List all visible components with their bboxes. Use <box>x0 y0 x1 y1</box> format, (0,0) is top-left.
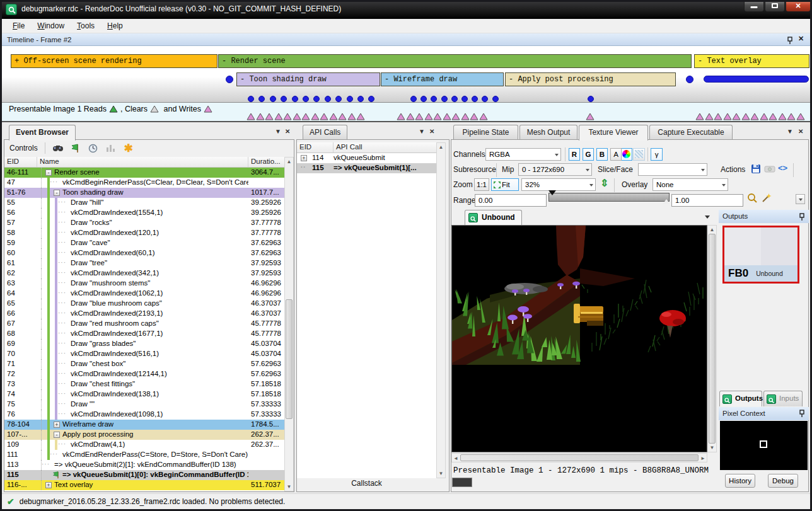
timeline-draw-dot[interactable] <box>431 96 437 102</box>
timeline-marker-bar[interactable]: - Toon shading draw <box>236 72 380 86</box>
column-header-duration[interactable]: Duratio... <box>248 157 284 167</box>
timeline-draw-dot[interactable] <box>325 96 331 102</box>
debug-button[interactable]: Debug <box>768 474 798 488</box>
pin-icon[interactable] <box>799 409 805 422</box>
event-row[interactable]: 116-...+Text overlay511.7037 <box>4 480 284 490</box>
timeline-marker-bar[interactable]: - Apply post processing <box>505 72 676 86</box>
event-row[interactable]: 111···vkCmdEndRenderPass(C=Store, D=Stor… <box>4 450 284 460</box>
event-row[interactable]: 68···vkCmdDrawIndexed(1677,1)45.77778 <box>4 329 284 339</box>
expand-icon[interactable]: + <box>45 482 52 488</box>
event-row[interactable]: 76···vkCmdDrawIndexed(1098,1)57.33333 <box>4 410 284 420</box>
tab-api-calls[interactable]: API Calls <box>303 125 347 140</box>
hatch-pattern-icon[interactable] <box>633 148 645 161</box>
write-event-triangle[interactable] <box>695 113 704 120</box>
event-row[interactable]: 59···Draw "cave"37.62963 <box>4 238 284 248</box>
scroll-left-icon[interactable]: ◄ <box>453 456 458 461</box>
output-thumbnail-fb0[interactable]: FB0 Unbound <box>722 226 799 284</box>
timeline-draw-dot[interactable] <box>410 96 417 102</box>
write-event-triangle[interactable] <box>461 113 470 120</box>
timeline-track-area[interactable]: + Off-screen scene rendering- Render sce… <box>2 46 810 103</box>
timeline-marker-bar[interactable]: - Render scene <box>218 54 692 68</box>
zoom-range-icon[interactable] <box>747 193 758 206</box>
time-clock-icon[interactable] <box>86 142 100 154</box>
timeline-draw-dot[interactable] <box>270 96 276 102</box>
timeline-marker-bar[interactable]: - Text overlay <box>694 54 809 68</box>
write-event-triangle[interactable] <box>338 113 347 120</box>
minimize-button[interactable] <box>744 0 764 12</box>
tab-pipeline-state[interactable]: Pipeline State <box>453 125 518 140</box>
timeline-panel-header[interactable]: Timeline - Frame #2 <box>2 33 810 46</box>
write-event-triangle[interactable] <box>443 113 451 120</box>
scroll-right-icon[interactable]: ► <box>700 456 705 461</box>
write-event-triangle[interactable] <box>256 113 265 120</box>
scroll-down-icon[interactable]: ▼ <box>708 445 716 451</box>
event-row[interactable]: 47···vkCmdBeginRenderPass(C=Clear, D=Cle… <box>4 178 284 188</box>
maximize-button[interactable] <box>765 0 785 12</box>
write-event-triangle[interactable] <box>356 113 365 120</box>
timeline-draw-dot[interactable] <box>347 96 353 102</box>
timeline-draw-pill[interactable] <box>704 76 809 83</box>
write-event-triangle[interactable] <box>424 113 433 120</box>
write-event-triangle[interactable] <box>274 113 283 120</box>
tab-texture-viewer[interactable]: Texture Viewer <box>579 125 648 141</box>
range-min-input[interactable]: 0.00 <box>475 194 547 207</box>
write-event-triangle[interactable] <box>406 113 415 120</box>
event-row[interactable]: 73···Draw "chest fittings"57.18518 <box>4 379 284 389</box>
channel-button-g[interactable]: G <box>583 148 594 161</box>
timeline-draw-dot[interactable] <box>472 96 478 102</box>
zoom-1-1-button[interactable]: 1:1 <box>474 178 489 191</box>
event-row[interactable]: 62···vkCmdDrawIndexed(342,1)37.92593 <box>4 268 284 278</box>
channel-button-b[interactable]: B <box>596 148 608 161</box>
flip-vertical-icon[interactable]: ⇕ <box>600 177 608 189</box>
event-row[interactable]: 63···Draw "mushroom stems"46.96296 <box>4 278 284 289</box>
tab-event-browser[interactable]: Event Browser <box>9 125 76 141</box>
tab-outputs[interactable]: Outputs <box>719 391 762 406</box>
event-row[interactable]: 58···vkCmdDrawIndexed(120,1)37.77778 <box>4 228 284 238</box>
pin-icon[interactable] <box>799 212 805 225</box>
event-row[interactable]: 55···Draw "hill"39.25926 <box>4 198 284 208</box>
image-hscrollbar[interactable]: ◄ ► <box>451 453 707 462</box>
zoom-fit-button[interactable]: Fit <box>491 178 519 191</box>
scroll-thumb[interactable] <box>709 234 716 444</box>
timeline-draw-dot[interactable] <box>248 96 254 102</box>
chevron-down-icon[interactable]: ▼ <box>787 128 793 135</box>
expand-icon[interactable]: + <box>54 422 60 428</box>
api-table-header[interactable]: EID API Call <box>297 142 436 153</box>
write-event-triangle[interactable] <box>293 113 301 120</box>
column-header-eid[interactable]: EID <box>4 157 37 167</box>
channel-button-a[interactable]: A <box>610 148 622 161</box>
scroll-down-icon[interactable]: ▼ <box>285 484 293 490</box>
collapse-icon[interactable]: - <box>45 169 52 176</box>
tab-capture-executable[interactable]: Capture Executable <box>649 125 733 140</box>
close-icon[interactable]: ✕ <box>285 128 290 135</box>
event-row[interactable]: 107-...-Apply post processing262.37... <box>4 430 284 440</box>
history-button[interactable]: History <box>725 474 755 488</box>
event-row[interactable]: 65···Draw "blue mushroom caps"46.37037 <box>4 299 284 309</box>
menu-item-window[interactable]: Window <box>32 20 70 32</box>
chevron-down-icon[interactable] <box>705 215 710 219</box>
event-row[interactable]: 71···Draw "chest box"57.62963 <box>4 359 284 369</box>
event-row[interactable]: 109···vkCmdDraw(4,1)262.37... <box>4 440 284 450</box>
tab-inputs[interactable]: Inputs <box>763 391 803 406</box>
collapse-icon[interactable]: - <box>54 190 60 196</box>
timeline-draw-dot[interactable] <box>281 96 287 102</box>
write-event-triangle[interactable] <box>470 113 478 120</box>
event-row[interactable]: 70···vkCmdDrawIndexed(516,1)45.03704 <box>4 349 284 359</box>
event-row[interactable]: 113···=> vkQueueSubmit(2)[1]: vkEndComma… <box>4 460 284 470</box>
chevron-down-icon[interactable]: ▼ <box>275 128 281 135</box>
timeline-draw-dot[interactable] <box>335 96 342 102</box>
write-event-triangle[interactable] <box>320 113 328 120</box>
image-vscrollbar[interactable]: ▲ ▼ <box>707 225 717 452</box>
menu-item-tools[interactable]: Tools <box>71 20 100 32</box>
texture-image-viewport[interactable] <box>451 225 707 452</box>
range-white-point-handle[interactable] <box>663 199 670 204</box>
menu-item-help[interactable]: Help <box>102 20 129 32</box>
scroll-up-icon[interactable]: ▲ <box>708 227 716 233</box>
event-row[interactable]: 69···Draw "grass blades"45.03704 <box>4 339 284 349</box>
timeline-draw-dot[interactable] <box>303 96 309 102</box>
collapse-icon[interactable]: - <box>54 432 60 438</box>
timeline-draw-dot[interactable] <box>420 96 427 102</box>
scroll-thumb[interactable] <box>460 454 699 461</box>
event-row[interactable]: 51-76-Toon shading draw1017.7... <box>4 188 284 198</box>
link-icon[interactable] <box>764 164 775 176</box>
